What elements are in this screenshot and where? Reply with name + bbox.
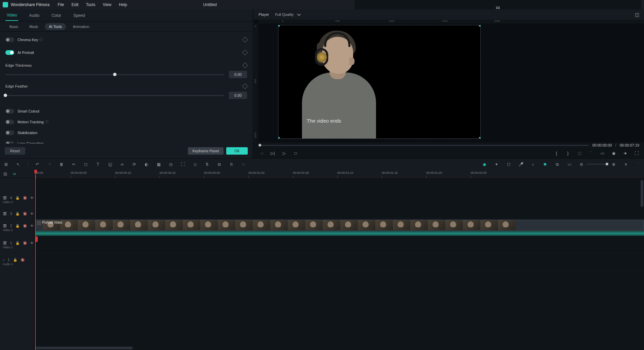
marker-icon[interactable]: ✱: [542, 162, 548, 167]
stabilization-toggle[interactable]: [5, 130, 14, 135]
stop-icon[interactable]: □: [293, 151, 298, 156]
screen-icon[interactable]: ▭: [567, 162, 572, 167]
horizontal-scrollbar[interactable]: [35, 347, 133, 349]
group-icon[interactable]: ⧉: [216, 162, 222, 167]
help-icon[interactable]: ⓘ: [39, 37, 43, 42]
mask-icon[interactable]: ▦: [156, 162, 161, 167]
undo-icon[interactable]: ↶: [35, 162, 40, 167]
lock-icon[interactable]: 🔓: [15, 196, 20, 200]
resize-handle[interactable]: [479, 137, 481, 139]
ok-button[interactable]: OK: [226, 147, 248, 155]
music-icon[interactable]: ♪: [530, 162, 536, 167]
chevron-down-icon[interactable]: ˅: [588, 151, 594, 156]
duplicate-icon[interactable]: ⧉: [554, 162, 560, 167]
shield-icon[interactable]: ⬡: [506, 162, 511, 167]
camera-icon[interactable]: ◉: [611, 151, 616, 156]
tab-color[interactable]: Color: [50, 10, 63, 21]
eye-icon[interactable]: 👁: [30, 224, 34, 228]
track-lane[interactable]: [34, 191, 644, 208]
mark-out-icon[interactable]: }: [565, 151, 571, 156]
motion-tracking-toggle[interactable]: [5, 120, 14, 124]
track-header[interactable]: 🎬1🔓🔇👁 Video 1: [0, 236, 34, 253]
tab-audio[interactable]: Audio: [28, 10, 41, 21]
play-icon[interactable]: ▷: [281, 151, 287, 156]
timeline-tracks[interactable]: 00:00 00:00:00:05 00:00:00:10 00:00:00:1…: [34, 170, 644, 350]
lens-correction-toggle[interactable]: [5, 141, 14, 144]
track-header[interactable]: 🎬2🔓🔇👁 Video 2: [0, 219, 34, 236]
link-tracks-icon[interactable]: ∞: [13, 171, 16, 176]
smart-cutout-toggle[interactable]: [5, 109, 14, 114]
preview-canvas[interactable]: 0 500 1000 1500 2000 0 500 1000 The vide…: [254, 20, 644, 142]
help-icon[interactable]: ⓘ: [45, 120, 48, 124]
compare-icon[interactable]: ◫: [577, 151, 582, 156]
record-icon[interactable]: ⊙: [241, 162, 246, 167]
mute-icon[interactable]: 🔇: [23, 196, 27, 200]
zoom-in-icon[interactable]: ⊕: [611, 162, 616, 167]
lock-icon[interactable]: 🔓: [15, 224, 20, 228]
chevron-down-icon[interactable]: ˅: [635, 162, 641, 167]
copy-icon[interactable]: ⎘: [229, 162, 234, 167]
quality-dropdown[interactable]: Full Quality: [275, 12, 302, 17]
mark-in-icon[interactable]: {: [554, 151, 559, 156]
crop-icon[interactable]: ◻: [83, 162, 89, 167]
eye-icon[interactable]: 👁: [30, 241, 34, 245]
tab-video[interactable]: Video: [5, 10, 18, 21]
keyframe-icon[interactable]: [242, 50, 248, 56]
keyframe-panel-button[interactable]: Keyframe Panel: [188, 147, 224, 155]
track-lane[interactable]: [34, 236, 644, 253]
playhead[interactable]: [35, 170, 36, 350]
color-icon[interactable]: ◐: [144, 162, 149, 167]
snapshot-icon[interactable]: ◫: [635, 12, 639, 17]
track-header[interactable]: 🎬4🔓🔇👁 Video 4: [0, 191, 34, 208]
delete-icon[interactable]: 🗑: [59, 162, 64, 167]
lock-icon[interactable]: 🔓: [15, 241, 20, 245]
lock-icon[interactable]: 🔓: [15, 212, 20, 216]
pointer-icon[interactable]: ↖: [15, 162, 21, 167]
tab-speed[interactable]: Speed: [72, 10, 87, 21]
subtab-basic[interactable]: Basic: [5, 23, 23, 30]
mute-icon[interactable]: 🔇: [21, 258, 25, 262]
edge-feather-slider[interactable]: [5, 95, 224, 96]
fullscreen-icon[interactable]: ⛶: [634, 151, 639, 156]
zoom-out-icon[interactable]: ⊖: [579, 162, 584, 167]
tag-icon[interactable]: ◇: [192, 162, 198, 167]
keyframe-icon[interactable]: [242, 37, 248, 43]
resize-handle[interactable]: [278, 137, 280, 139]
refresh-icon[interactable]: ⟳: [132, 162, 137, 167]
track-header[interactable]: ♪1🔓🔇 Audio 1: [0, 253, 34, 270]
keyframe-icon[interactable]: [242, 84, 248, 89]
ai-portrait-toggle[interactable]: [5, 50, 14, 55]
chroma-key-toggle[interactable]: [5, 37, 14, 42]
subtab-ai-tools[interactable]: AI Tools: [45, 23, 66, 30]
track-lane[interactable]: [34, 253, 644, 270]
track-header[interactable]: 🎬3🔓🔇👁: [0, 208, 34, 219]
prev-frame-icon[interactable]: ◁: [259, 151, 264, 156]
display-icon[interactable]: ▭: [600, 151, 605, 156]
text-icon[interactable]: T: [95, 162, 101, 167]
zoom-slider[interactable]: [587, 164, 608, 165]
link-icon[interactable]: ∞: [120, 162, 125, 167]
adjust-icon[interactable]: ⇅: [204, 162, 210, 167]
resize-handle[interactable]: [479, 25, 481, 27]
grid-icon[interactable]: ⊞: [3, 162, 9, 167]
edge-thickness-value[interactable]: 0.00: [229, 71, 247, 78]
keyframe-icon[interactable]: [242, 63, 248, 68]
track-lane[interactable]: Portrait Video: [34, 219, 644, 236]
timeline-ruler[interactable]: 00:00 00:00:00:05 00:00:00:10 00:00:00:1…: [34, 170, 644, 178]
list-icon[interactable]: ≡: [623, 162, 629, 167]
notification-icon[interactable]: [495, 0, 501, 0]
edge-thickness-slider[interactable]: [5, 74, 224, 75]
subtab-mask[interactable]: Mask: [25, 23, 42, 30]
video-viewport[interactable]: The video ends: [278, 25, 481, 139]
expand-icon[interactable]: ⛶: [180, 162, 185, 167]
video-clip[interactable]: Portrait Video: [35, 220, 644, 231]
vertical-scrollbar[interactable]: [641, 180, 643, 207]
resize-handle[interactable]: [278, 25, 280, 27]
cut-icon[interactable]: ✂: [71, 162, 76, 167]
layers-icon[interactable]: ▤: [3, 171, 7, 176]
eye-icon[interactable]: 👁: [30, 196, 34, 200]
edge-feather-value[interactable]: 0.00: [229, 92, 247, 99]
resize-icon[interactable]: ◱: [107, 162, 113, 167]
timer-icon[interactable]: ◷: [168, 162, 173, 167]
mute-icon[interactable]: 🔇: [23, 212, 27, 216]
